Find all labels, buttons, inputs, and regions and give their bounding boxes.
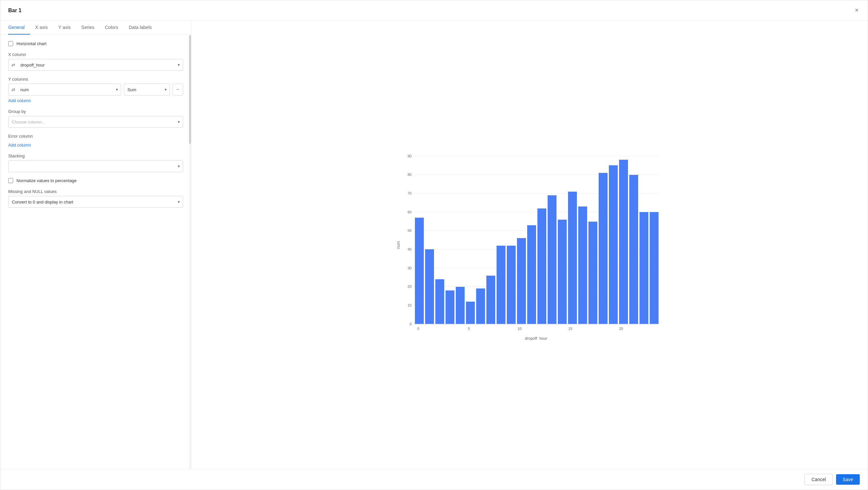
- horizontal-chart-checkbox[interactable]: [8, 41, 13, 46]
- group-by-select[interactable]: Choose column...: [8, 116, 183, 128]
- bar-chart: num 0 10: [395, 150, 664, 340]
- tab-datalabels[interactable]: Data labels: [123, 21, 157, 35]
- x-column-select-wrapper: ⇄ dropoff_hour ▾: [8, 59, 183, 71]
- svg-text:50: 50: [408, 228, 412, 233]
- svg-text:40: 40: [408, 247, 412, 251]
- stacking-select[interactable]: Stack Stack 100%: [8, 160, 183, 172]
- x-axis-label: dropoff_hour: [525, 336, 547, 340]
- svg-text:20: 20: [408, 284, 412, 288]
- tabs-container: General X axis Y axis Series Colors Data…: [0, 21, 191, 35]
- bar-23: [650, 212, 658, 324]
- svg-text:80: 80: [408, 173, 412, 177]
- bar-10: [517, 238, 526, 324]
- normalize-row: Normalize values to percentage: [8, 178, 183, 183]
- save-button[interactable]: Save: [836, 474, 860, 485]
- dialog-footer: Cancel Save: [0, 469, 868, 490]
- horizontal-chart-label: Horizontal chart: [17, 41, 46, 46]
- group-by-select-wrapper: Choose column... ▾: [8, 116, 183, 128]
- bar-22: [640, 212, 648, 324]
- svg-text:0: 0: [410, 322, 412, 326]
- x-column-label: X column: [8, 52, 183, 57]
- remove-y-column-button[interactable]: −: [173, 84, 183, 95]
- add-y-column-link[interactable]: Add column: [8, 98, 31, 103]
- svg-text:60: 60: [408, 210, 412, 214]
- bar-7: [486, 276, 495, 324]
- aggregation-select-wrapper: Sum Count Avg Min Max ▾: [124, 84, 170, 95]
- svg-text:0: 0: [417, 327, 419, 331]
- svg-text:15: 15: [568, 327, 572, 331]
- y-column-select-wrapper: ⇄ num ▾: [8, 84, 121, 95]
- cancel-button[interactable]: Cancel: [804, 474, 833, 485]
- svg-text:70: 70: [408, 191, 412, 195]
- dialog-body: General X axis Y axis Series Colors Data…: [0, 21, 868, 469]
- chart-area: num 0 10: [201, 27, 858, 462]
- aggregation-select[interactable]: Sum Count Avg Min Max: [124, 84, 170, 95]
- y-column-select[interactable]: num: [8, 84, 121, 95]
- stacking-label: Stacking: [8, 153, 183, 158]
- svg-text:10: 10: [408, 303, 412, 307]
- stacking-row: Stacking Stack Stack 100% ▾: [8, 153, 183, 172]
- x-column-row: X column ⇄ dropoff_hour ▾: [8, 52, 183, 71]
- normalize-label: Normalize values to percentage: [17, 178, 77, 183]
- missing-null-label: Missing and NULL values: [8, 189, 183, 194]
- right-panel: num 0 10: [191, 21, 868, 469]
- bar-8: [497, 246, 505, 324]
- dialog-title: Bar 1: [8, 7, 22, 13]
- svg-text:10: 10: [518, 327, 522, 331]
- left-panel: General X axis Y axis Series Colors Data…: [0, 21, 191, 469]
- svg-text:90: 90: [408, 154, 412, 158]
- bar-1: [425, 249, 434, 324]
- dialog: Bar 1 × General X axis Y axis Series Col…: [0, 0, 868, 490]
- bar-9: [507, 246, 516, 324]
- error-column-row: Error column Add column: [8, 134, 183, 148]
- x-column-select[interactable]: dropoff_hour: [8, 59, 183, 71]
- bar-17: [588, 222, 597, 324]
- svg-text:20: 20: [619, 327, 623, 331]
- add-error-column-link[interactable]: Add column: [8, 143, 31, 148]
- y-columns-label: Y columns: [8, 77, 183, 82]
- bar-11: [527, 225, 536, 324]
- bar-21: [629, 175, 638, 324]
- group-by-label: Group by: [8, 109, 183, 114]
- scrollbar-thumb: [189, 35, 191, 144]
- bar-15: [568, 192, 577, 324]
- error-column-label: Error column: [8, 134, 183, 139]
- panel-content: Horizontal chart X column ⇄ dropoff_hour…: [0, 35, 191, 469]
- bar-13: [548, 195, 557, 324]
- bar-19: [609, 165, 618, 324]
- bar-2: [435, 279, 444, 324]
- tab-colors[interactable]: Colors: [100, 21, 123, 35]
- tab-xaxis[interactable]: X axis: [30, 21, 53, 35]
- bar-16: [578, 207, 587, 324]
- y-columns-inputs: ⇄ num ▾ Sum Count Avg Min: [8, 84, 183, 95]
- horizontal-chart-row: Horizontal chart: [8, 41, 183, 46]
- tab-general[interactable]: General: [8, 21, 30, 35]
- scrollbar-track[interactable]: [189, 35, 191, 469]
- tab-series[interactable]: Series: [76, 21, 100, 35]
- y-columns-row: Y columns ⇄ num ▾ Sum Count: [8, 77, 183, 103]
- bar-4: [456, 287, 465, 324]
- bar-12: [537, 209, 546, 324]
- normalize-checkbox[interactable]: [8, 178, 13, 183]
- bar-0: [415, 218, 424, 324]
- bar-14: [558, 220, 567, 324]
- tab-yaxis[interactable]: Y axis: [53, 21, 76, 35]
- dialog-header: Bar 1 ×: [0, 0, 868, 21]
- svg-text:5: 5: [468, 327, 470, 331]
- bar-20: [619, 160, 628, 324]
- missing-null-select-wrapper: Convert to 0 and display in chart Do not…: [8, 196, 183, 208]
- group-by-row: Group by Choose column... ▾: [8, 109, 183, 128]
- close-button[interactable]: ×: [854, 6, 860, 15]
- stacking-select-wrapper: Stack Stack 100% ▾: [8, 160, 183, 172]
- bar-6: [476, 288, 485, 324]
- missing-null-select[interactable]: Convert to 0 and display in chart Do not…: [8, 196, 183, 208]
- bar-18: [599, 173, 608, 324]
- bar-3: [445, 290, 455, 324]
- svg-text:30: 30: [408, 266, 412, 270]
- bar-5: [466, 302, 475, 324]
- y-axis-label: num: [396, 241, 401, 249]
- missing-null-row: Missing and NULL values Convert to 0 and…: [8, 189, 183, 208]
